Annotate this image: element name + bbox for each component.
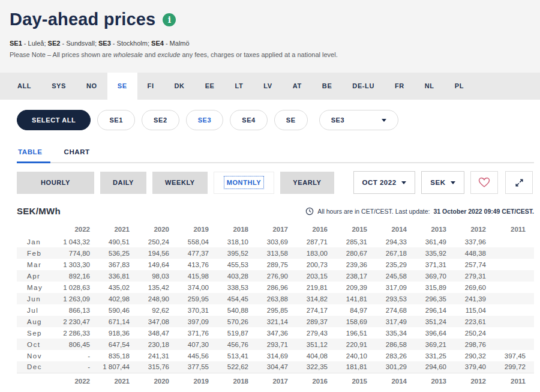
price-cell: 115,04 — [455, 304, 494, 316]
price-cell: - — [59, 350, 98, 361]
price-cell: 336,81 — [98, 270, 138, 282]
area-tab-sys[interactable]: SYS — [41, 73, 76, 100]
price-table: 2022202120202019201820172016201520142013… — [17, 225, 534, 388]
price-cell: 196,51 — [336, 327, 376, 339]
area-tab-lv[interactable]: LV — [253, 73, 282, 100]
price-cell — [494, 236, 534, 247]
period-button-hourly[interactable]: HOURLY — [17, 172, 94, 194]
price-cell: 181,81 — [336, 361, 376, 373]
chevron-down-icon — [382, 119, 386, 122]
clock-icon — [305, 207, 314, 216]
price-cell: 671,14 — [98, 316, 138, 327]
table-row: May1 028,63435,02135,42374,00338,53286,9… — [17, 282, 534, 293]
table-row: Aug2 230,47671,14347,08397,09570,26321,1… — [17, 316, 534, 327]
area-tab-ee[interactable]: EE — [195, 73, 225, 100]
price-cell: 317,49 — [376, 316, 415, 327]
region-dropdown-value: SE3 — [331, 116, 345, 124]
price-cell: 301,29 — [376, 361, 415, 373]
month-select[interactable]: OCT 2022 — [353, 171, 416, 194]
price-cell: 892,16 — [59, 270, 98, 282]
region-dropdown[interactable]: SE3 — [319, 110, 398, 130]
price-cell: 245,58 — [376, 270, 415, 282]
tab-chart[interactable]: CHART — [64, 143, 89, 162]
price-cell: 454,45 — [217, 293, 257, 304]
table-row: Dec-1 807,44315,76377,55522,62304,47322,… — [17, 361, 534, 373]
price-cell — [494, 316, 534, 327]
price-cell: 513,41 — [217, 350, 257, 361]
update-note-time: 31 October 2022 09:49 CET/CEST. — [434, 208, 535, 215]
price-cell: 397,09 — [178, 316, 217, 327]
price-cell: 259,95 — [178, 293, 217, 304]
area-tab-be[interactable]: BE — [312, 73, 342, 100]
month-cell: Nov — [17, 350, 59, 361]
price-cell: 285,31 — [336, 236, 376, 247]
price-cell: 331,25 — [415, 350, 455, 361]
area-tab-all[interactable]: ALL — [7, 73, 41, 100]
price-cell: 241,39 — [455, 293, 494, 304]
price-cell: 84,97 — [336, 304, 376, 316]
year-column-header: 2015 — [336, 225, 376, 236]
period-button-daily[interactable]: DAILY — [100, 172, 146, 194]
area-tab-de-lu[interactable]: DE-LU — [342, 73, 385, 100]
area-tab-dk[interactable]: DK — [164, 73, 195, 100]
year-column-footer: 2015 — [336, 373, 376, 388]
view-tabs: TABLECHART — [18, 143, 534, 163]
price-cell: 219,81 — [296, 282, 336, 293]
area-tab-fi[interactable]: FI — [137, 73, 164, 100]
price-cell: 250,24 — [138, 236, 178, 247]
price-cell — [494, 339, 534, 350]
price-cell: 2 286,33 — [59, 327, 98, 339]
table-row: Oct806,45647,54230,18407,30456,76293,713… — [17, 339, 534, 350]
price-cell: 296,14 — [415, 304, 455, 316]
region-pill-se3[interactable]: SE3 — [186, 110, 224, 130]
period-button-yearly[interactable]: YEARLY — [280, 172, 334, 194]
table-row: Jan1 043,32490,51250,24558,04318,10303,6… — [17, 236, 534, 247]
price-cell: 98,03 — [138, 270, 178, 282]
period-button-monthly[interactable]: MONTHLY — [214, 172, 275, 194]
price-cell — [494, 304, 534, 316]
price-cell: 293,53 — [376, 293, 415, 304]
price-cell: 223,61 — [455, 316, 494, 327]
currency-select-value: SEK — [430, 179, 445, 186]
currency-select[interactable]: SEK — [421, 171, 464, 194]
area-tabbar: ALLSYSNOSEFIDKEELTLVATBEDE-LUFRNLPL — [0, 73, 540, 100]
action-icons — [470, 171, 533, 194]
month-cell: May — [17, 282, 59, 293]
price-cell: 235,29 — [376, 259, 415, 270]
heart-icon — [478, 177, 490, 188]
price-cell: 367,83 — [98, 259, 138, 270]
year-column-header: 2014 — [376, 225, 415, 236]
table-row: Jun1 263,09402,98248,90259,95454,45263,8… — [17, 293, 534, 304]
region-pill-se2[interactable]: SE2 — [142, 110, 179, 130]
area-tab-at[interactable]: AT — [283, 73, 312, 100]
price-cell: 371,31 — [415, 259, 455, 270]
year-column-header: 2017 — [257, 225, 296, 236]
price-cell: 287,71 — [296, 236, 336, 247]
price-cell: 274,68 — [376, 304, 415, 316]
price-cell: 413,76 — [178, 259, 217, 270]
period-button-weekly[interactable]: WEEKLY — [152, 172, 208, 194]
select-all-button[interactable]: SELECT ALL — [17, 110, 91, 130]
price-cell: 448,38 — [455, 247, 494, 259]
month-cell: Sep — [17, 327, 59, 339]
table-header-row: 2022202120202019201820172016201520142013… — [17, 225, 534, 236]
area-tab-fr[interactable]: FR — [385, 73, 415, 100]
region-pill-se[interactable]: SE — [274, 110, 308, 130]
area-tab-no[interactable]: NO — [76, 73, 107, 100]
region-filter-row: SELECT ALL SE1SE2SE3SE4SE SE3 — [0, 100, 540, 130]
region-pill-se1[interactable]: SE1 — [97, 110, 135, 130]
area-tab-lt[interactable]: LT — [225, 73, 254, 100]
price-cell — [494, 259, 534, 270]
area-tab-pl[interactable]: PL — [445, 73, 474, 100]
region-pill-se4[interactable]: SE4 — [230, 110, 268, 130]
fullscreen-button[interactable] — [505, 171, 533, 194]
area-tab-se[interactable]: SE — [107, 73, 137, 104]
favorite-button[interactable] — [470, 171, 498, 194]
tab-table[interactable]: TABLE — [18, 143, 42, 162]
chevron-down-icon — [451, 181, 455, 184]
price-cell: 318,10 — [217, 236, 257, 247]
month-cell: Jul — [17, 304, 59, 316]
area-tab-nl[interactable]: NL — [415, 73, 445, 100]
price-cell: 315,76 — [138, 361, 178, 373]
info-icon[interactable]: i — [163, 13, 176, 26]
